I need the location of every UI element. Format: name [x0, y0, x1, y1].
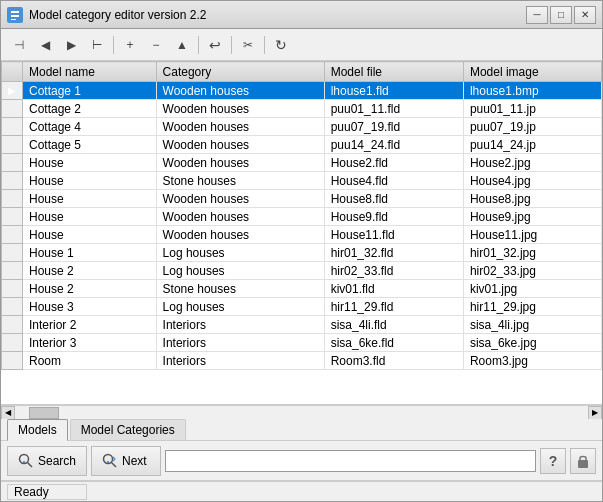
title-bar: Model category editor version 2.2 ─ □ ✕: [1, 1, 602, 29]
cell-name: Interior 3: [23, 334, 157, 352]
remove-button[interactable]: −: [144, 34, 168, 56]
table-row[interactable]: Cottage 4Wooden housespuu07_19.fldpuu07_…: [2, 118, 602, 136]
svg-rect-2: [11, 15, 19, 17]
help-button[interactable]: ?: [540, 448, 566, 474]
back-button[interactable]: ◀: [33, 34, 57, 56]
table-row[interactable]: ▶Cottage 1Wooden houseslhouse1.fldlhouse…: [2, 82, 602, 100]
table-row[interactable]: House 3Log houseshir11_29.fldhir11_29.jp…: [2, 298, 602, 316]
table-row[interactable]: HouseWooden housesHouse11.fldHouse11.jpg: [2, 226, 602, 244]
row-arrow: [2, 226, 23, 244]
toolbar-sep-2: [198, 36, 199, 54]
cell-category: Stone houses: [156, 172, 324, 190]
table-row[interactable]: House 2Log houseshir02_33.fldhir02_33.jp…: [2, 262, 602, 280]
cell-image: House9.jpg: [463, 208, 601, 226]
add-button[interactable]: +: [118, 34, 142, 56]
cell-category: Wooden houses: [156, 82, 324, 100]
tab-model-categories[interactable]: Model Categories: [70, 419, 186, 440]
cell-category: Log houses: [156, 298, 324, 316]
cell-name: Cottage 4: [23, 118, 157, 136]
table-row[interactable]: Cottage 5Wooden housespuu14_24.fldpuu14_…: [2, 136, 602, 154]
scrollbar-track[interactable]: [15, 406, 588, 420]
title-controls: ─ □ ✕: [526, 6, 596, 24]
status-panel: Ready: [7, 484, 87, 500]
cell-name: House: [23, 208, 157, 226]
cell-file: House2.fld: [324, 154, 463, 172]
col-category: Category: [156, 62, 324, 82]
next-icon: [102, 453, 118, 469]
table-row[interactable]: House 1Log houseshir01_32.fldhir01_32.jp…: [2, 244, 602, 262]
horizontal-scrollbar[interactable]: ◀ ▶: [1, 405, 602, 419]
status-text: Ready: [14, 485, 49, 499]
table-row[interactable]: RoomInteriorsRoom3.fldRoom3.jpg: [2, 352, 602, 370]
next-button[interactable]: Next: [91, 446, 161, 476]
refresh-button[interactable]: ↻: [269, 34, 293, 56]
scroll-right-button[interactable]: ▶: [588, 406, 602, 420]
table-row[interactable]: Interior 3Interiorssisa_6ke.fldsisa_6ke.…: [2, 334, 602, 352]
cell-name: House: [23, 154, 157, 172]
search-button[interactable]: Search: [7, 446, 87, 476]
lock-button[interactable]: [570, 448, 596, 474]
cell-image: sisa_6ke.jpg: [463, 334, 601, 352]
content-area: Model name Category Model file Model ima…: [1, 61, 602, 419]
status-bar: Ready: [1, 481, 602, 501]
cell-image: puu14_24.jp: [463, 136, 601, 154]
cell-category: Interiors: [156, 352, 324, 370]
cell-image: hir11_29.jpg: [463, 298, 601, 316]
table-row[interactable]: Interior 2Interiorssisa_4li.fldsisa_4li.…: [2, 316, 602, 334]
cell-file: hir02_33.fld: [324, 262, 463, 280]
cell-category: Wooden houses: [156, 190, 324, 208]
cell-name: Interior 2: [23, 316, 157, 334]
cell-image: sisa_4li.jpg: [463, 316, 601, 334]
cell-category: Interiors: [156, 316, 324, 334]
cell-category: Wooden houses: [156, 208, 324, 226]
table-row[interactable]: House 2Stone houseskiv01.fldkiv01.jpg: [2, 280, 602, 298]
maximize-button[interactable]: □: [550, 6, 572, 24]
cell-category: Wooden houses: [156, 118, 324, 136]
undo-button[interactable]: ↩: [203, 34, 227, 56]
table-row[interactable]: HouseWooden housesHouse8.fldHouse8.jpg: [2, 190, 602, 208]
close-button[interactable]: ✕: [574, 6, 596, 24]
table-row[interactable]: HouseWooden housesHouse2.fldHouse2.jpg: [2, 154, 602, 172]
search-label: Search: [38, 454, 76, 468]
search-input[interactable]: [165, 450, 536, 472]
cell-file: hir11_29.fld: [324, 298, 463, 316]
cell-name: Cottage 5: [23, 136, 157, 154]
row-arrow: [2, 118, 23, 136]
svg-rect-3: [11, 19, 16, 20]
row-arrow: [2, 352, 23, 370]
svg-rect-1: [11, 11, 19, 13]
back-start-button[interactable]: ⊣: [7, 34, 31, 56]
svg-line-5: [28, 462, 33, 467]
cell-category: Wooden houses: [156, 136, 324, 154]
app-icon: [7, 7, 23, 23]
cell-category: Log houses: [156, 244, 324, 262]
minimize-button[interactable]: ─: [526, 6, 548, 24]
toolbar-sep-4: [264, 36, 265, 54]
table-row[interactable]: HouseWooden housesHouse9.fldHouse9.jpg: [2, 208, 602, 226]
cell-image: House4.jpg: [463, 172, 601, 190]
table-row[interactable]: HouseStone housesHouse4.fldHouse4.jpg: [2, 172, 602, 190]
play-button[interactable]: ▶: [59, 34, 83, 56]
col-model-file: Model file: [324, 62, 463, 82]
scrollbar-thumb[interactable]: [29, 407, 59, 419]
table-row[interactable]: Cottage 2Wooden housespuu01_11.fldpuu01_…: [2, 100, 602, 118]
cell-image: lhouse1.bmp: [463, 82, 601, 100]
scroll-left-button[interactable]: ◀: [1, 406, 15, 420]
data-table: Model name Category Model file Model ima…: [1, 61, 602, 370]
cut-button[interactable]: ✂: [236, 34, 260, 56]
row-arrow: [2, 154, 23, 172]
table-container[interactable]: Model name Category Model file Model ima…: [1, 61, 602, 405]
cell-file: lhouse1.fld: [324, 82, 463, 100]
row-arrow: [2, 334, 23, 352]
forward-end-button[interactable]: ⊢: [85, 34, 109, 56]
cell-category: Log houses: [156, 262, 324, 280]
cell-image: hir02_33.jpg: [463, 262, 601, 280]
row-arrow: [2, 208, 23, 226]
toolbar-sep-3: [231, 36, 232, 54]
cell-name: House: [23, 226, 157, 244]
cell-file: Room3.fld: [324, 352, 463, 370]
row-arrow: [2, 172, 23, 190]
row-arrow: [2, 316, 23, 334]
up-button[interactable]: ▲: [170, 34, 194, 56]
tab-models[interactable]: Models: [7, 419, 68, 441]
